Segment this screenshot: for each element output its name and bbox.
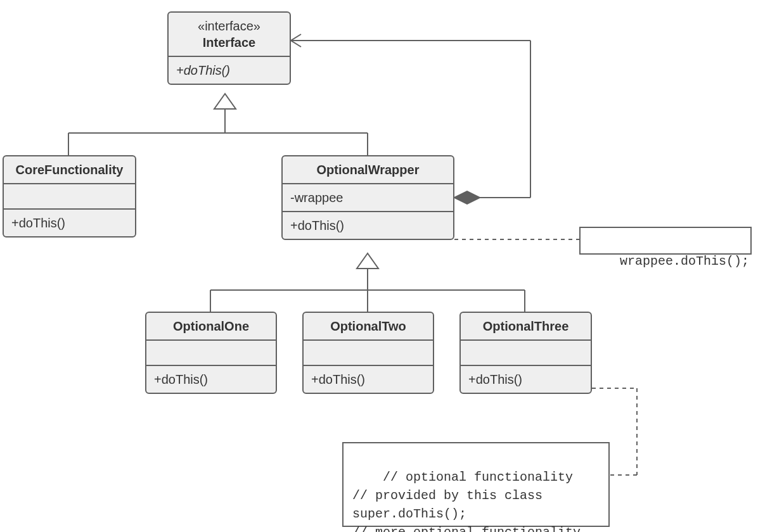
note-wrappee: wrappee.doThis(); [579,227,752,255]
operation: +doThis() [169,57,290,84]
generalization-arrow-interface [214,94,236,109]
class-name: Interface [203,35,255,49]
note-optional: // optional functionality // provided by… [342,442,610,527]
operation: +doThis() [461,366,591,393]
operation: +doThis() [146,366,276,393]
attributes-empty [461,341,591,366]
class-name: OptionalThree [461,313,591,341]
generalization-arrow-wrapper [357,253,378,269]
operation: +doThis() [283,212,453,239]
class-optional-wrapper: OptionalWrapper -wrappee +doThis() [281,155,454,240]
class-optional-one: OptionalOne +doThis() [145,312,277,394]
class-core-functionality: CoreFunctionality +doThis() [3,155,136,238]
class-name: CoreFunctionality [4,156,135,184]
note-text: // optional functionality // provided by… [352,470,581,532]
operation: +doThis() [304,366,433,393]
class-header: «interface» Interface [169,13,290,57]
aggregation-arrowhead [291,34,301,47]
stereotype-label: «interface» [176,18,282,34]
attribute: -wrappee [283,184,453,212]
class-optional-three: OptionalThree +doThis() [459,312,592,394]
attributes-empty [304,341,433,366]
class-name: OptionalOne [146,313,276,341]
class-interface: «interface» Interface +doThis() [167,11,291,85]
note-text: wrappee.doThis(); [620,254,749,269]
operation: +doThis() [4,210,135,236]
attributes-empty [4,184,135,210]
attributes-empty [146,341,276,366]
class-optional-two: OptionalTwo +doThis() [302,312,434,394]
class-name: OptionalTwo [304,313,433,341]
class-name: OptionalWrapper [283,156,453,184]
aggregation-diamond [454,191,480,204]
